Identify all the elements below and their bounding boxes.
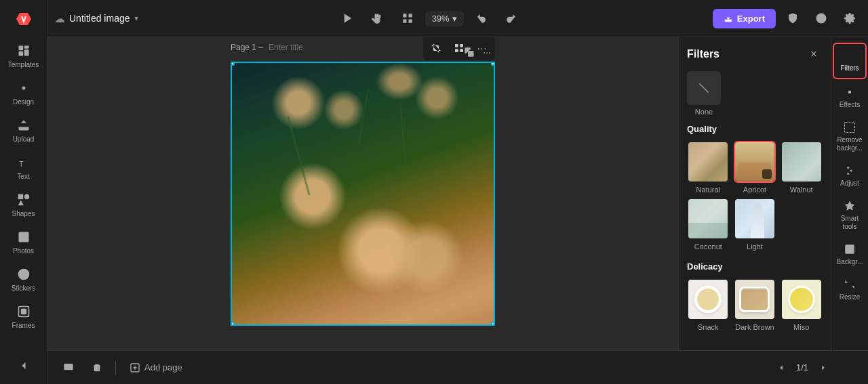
header-center-controls: 39% ▾ [146, 6, 713, 30]
walnut-thumbnail [782, 142, 821, 182]
canvas-extra-button[interactable]: ··· [479, 44, 495, 60]
coconut-thumbnail [688, 199, 728, 238]
resize-handle-tr[interactable] [491, 62, 495, 66]
svg-rect-24 [468, 51, 474, 57]
shield-icon-button[interactable] [781, 7, 804, 30]
filters-panel: Filters × None Quality Natural [678, 37, 831, 350]
canvas-image[interactable] [231, 62, 495, 326]
filter-item-coconut[interactable]: Coconut [687, 198, 730, 251]
filter-thumb-coconut [687, 198, 729, 240]
brand-logo[interactable] [0, 0, 47, 37]
quality-filter-grid: Natural Apricot Walnut [687, 141, 823, 251]
sidebar-item-stickers[interactable]: Stickers [0, 261, 47, 298]
quality-section-title: Quality [687, 124, 823, 134]
filter-item-snack[interactable]: Snack [687, 278, 730, 331]
add-page-button[interactable]: Add page [124, 360, 188, 376]
filter-label-light: Light [747, 242, 763, 251]
background-icon [844, 243, 856, 255]
file-chevron-icon[interactable]: ▾ [134, 14, 138, 23]
sidebar-item-photos[interactable]: Photos [0, 223, 47, 261]
zoom-control[interactable]: 39% ▾ [425, 11, 464, 26]
text-icon: T [16, 155, 31, 170]
remove-bg-icon [844, 121, 856, 133]
bottom-divider [115, 361, 116, 375]
next-page-button[interactable] [814, 358, 833, 377]
export-button[interactable]: Export [713, 9, 776, 28]
filter-item-miso[interactable]: Miso [780, 278, 823, 331]
prev-page-button[interactable] [772, 358, 791, 377]
add-page-label: Add page [144, 362, 182, 372]
page-label-bar: Page 1 – [231, 43, 370, 52]
panel-title: Filters [687, 48, 719, 60]
right-icon-background-label: Backgr... [837, 258, 863, 266]
header-right: Export [713, 7, 861, 30]
right-icon-filters[interactable]: Filters [833, 43, 867, 79]
sidebar-item-collapse[interactable] [0, 347, 47, 384]
filter-item-apricot[interactable]: Apricot [734, 141, 776, 194]
right-icon-filters-label: Filters [840, 64, 859, 72]
filter-none-item[interactable]: None [687, 71, 721, 116]
right-icon-adjust[interactable]: Adjust [833, 159, 867, 193]
sidebar-label-text: Text [17, 173, 29, 180]
right-icon-resize[interactable]: Resize [833, 273, 867, 307]
svg-rect-1 [24, 46, 28, 49]
close-icon: × [810, 48, 816, 60]
svg-rect-14 [403, 14, 406, 17]
delicacy-section-title: Delicacy [687, 261, 823, 272]
play-button[interactable] [336, 6, 360, 30]
sidebar-item-upload[interactable]: Upload [0, 112, 47, 149]
sidebar-item-templates[interactable]: Templates [0, 37, 47, 74]
right-icons-bar: Filters Effects Remove backgr... Adjust … [831, 37, 868, 350]
canvas-area: Page 1 – ··· ··· [47, 37, 678, 350]
page-label: Page 1 – [231, 43, 263, 52]
grid-layout-button[interactable] [395, 6, 420, 30]
sidebar-item-design[interactable]: Design [0, 74, 47, 112]
svg-point-4 [22, 87, 25, 90]
redo-button[interactable] [499, 6, 524, 30]
adjust-icon [844, 165, 856, 177]
present-button[interactable] [58, 358, 79, 378]
resize-icon [844, 278, 856, 291]
right-icon-effects[interactable]: Effects [833, 81, 867, 114]
expand-button[interactable] [838, 358, 857, 377]
sidebar-item-text[interactable]: T Text [0, 149, 47, 186]
filter-item-natural[interactable]: Natural [687, 141, 730, 194]
panel-close-button[interactable]: × [805, 45, 823, 63]
right-icon-remove-bg-label: Remove backgr... [834, 136, 865, 152]
sidebar-item-shapes[interactable]: Shapes [0, 186, 47, 223]
svg-rect-30 [845, 244, 854, 254]
svg-point-9 [20, 234, 22, 236]
filter-item-walnut[interactable]: Walnut [780, 141, 823, 194]
page-title-input[interactable] [269, 43, 370, 52]
svg-rect-15 [408, 14, 412, 17]
crop-button[interactable] [426, 39, 446, 58]
help-button[interactable] [810, 7, 833, 30]
resize-handle-tl[interactable] [231, 62, 235, 66]
right-icon-background[interactable]: Backgr... [833, 238, 867, 272]
svg-rect-6 [18, 194, 23, 200]
filter-item-light[interactable]: Light [734, 198, 776, 251]
filter-label-miso: Miso [793, 323, 809, 331]
svg-point-25 [848, 91, 852, 94]
undo-button[interactable] [469, 6, 494, 30]
right-icon-remove-bg[interactable]: Remove backgr... [833, 116, 867, 158]
hand-tool-button[interactable] [366, 6, 390, 30]
filter-label-natural: Natural [696, 186, 720, 194]
sidebar-label-shapes: Shapes [12, 210, 35, 217]
filter-thumb-light [734, 198, 776, 240]
filter-label-coconut: Coconut [694, 242, 722, 251]
resize-handle-bl[interactable] [231, 322, 235, 326]
file-info: ☁ Untitled image ▾ [54, 12, 138, 25]
zoom-chevron-icon: ▾ [452, 14, 457, 24]
right-icon-smart-tools[interactable]: Smart tools [833, 194, 867, 236]
delete-page-button[interactable] [87, 358, 107, 378]
sidebar-item-frames[interactable]: Frames [0, 298, 47, 335]
filter-item-dark-brown[interactable]: Dark Brown [734, 278, 776, 331]
filter-thumb-apricot [734, 141, 776, 183]
right-icon-resize-label: Resize [840, 293, 861, 301]
settings-button[interactable] [838, 7, 861, 30]
svg-rect-3 [24, 49, 28, 56]
canvas-copy-button[interactable] [461, 44, 477, 60]
resize-handle-br[interactable] [491, 322, 495, 326]
right-icon-effects-label: Effects [840, 101, 860, 109]
